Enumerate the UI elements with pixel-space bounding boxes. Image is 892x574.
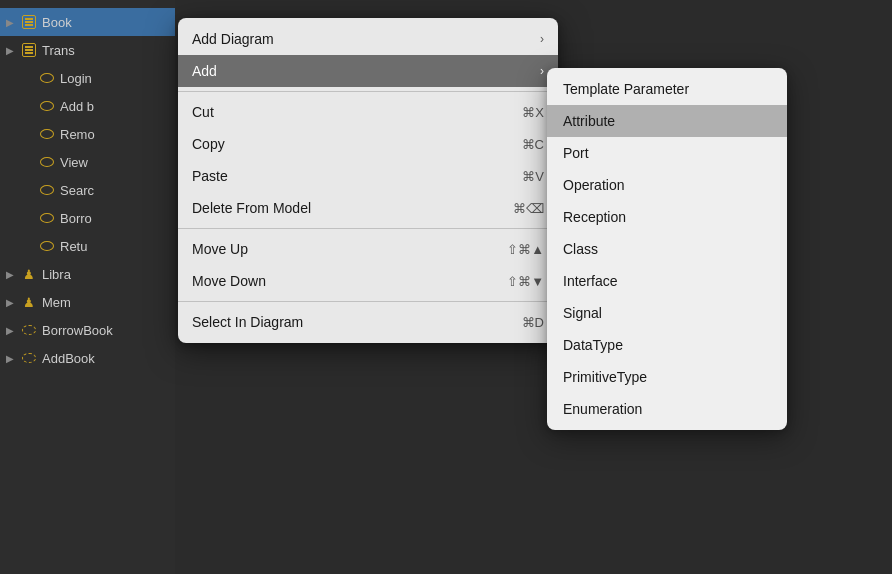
sidebar-item-retu[interactable]: Retu [0, 232, 175, 260]
sidebar-item-label: Trans [42, 43, 169, 58]
menu-separator [178, 301, 558, 302]
menu-item-copy[interactable]: Copy ⌘C [178, 128, 558, 160]
submenu-item-attribute[interactable]: Attribute [547, 105, 787, 137]
table-icon [20, 41, 38, 59]
submenu-item-label: PrimitiveType [563, 369, 647, 385]
menu-item-label: Add Diagram [192, 31, 532, 47]
submenu-item-label: Operation [563, 177, 624, 193]
submenu-item-label: DataType [563, 337, 623, 353]
menu-item-shortcut: ⌘C [522, 137, 544, 152]
submenu-item-signal[interactable]: Signal [547, 297, 787, 329]
submenu-item-label: Signal [563, 305, 602, 321]
expand-arrow: ▶ [6, 17, 20, 28]
submenu-item-reception[interactable]: Reception [547, 201, 787, 233]
menu-item-paste[interactable]: Paste ⌘V [178, 160, 558, 192]
oval-icon [38, 153, 56, 171]
oval-icon [38, 69, 56, 87]
menu-item-label: Move Up [192, 241, 507, 257]
menu-item-shortcut: ⌘⌫ [513, 201, 544, 216]
context-menu: Add Diagram › Add › Cut ⌘X Copy ⌘C Paste… [178, 18, 558, 343]
sidebar-item-label: Retu [60, 239, 169, 254]
sidebar-item-label: Remo [60, 127, 169, 142]
submenu-item-port[interactable]: Port [547, 137, 787, 169]
menu-item-label: Select In Diagram [192, 314, 522, 330]
menu-item-shortcut: ⇧⌘▼ [507, 274, 544, 289]
submenu-item-label: Interface [563, 273, 617, 289]
sidebar-item-label: View [60, 155, 169, 170]
submenu-item-label: Reception [563, 209, 626, 225]
expand-arrow: ▶ [6, 269, 20, 280]
expand-arrow: ▶ [6, 325, 20, 336]
sidebar-item-trans[interactable]: ▶ Trans [0, 36, 175, 64]
sidebar-item-label: Login [60, 71, 169, 86]
sidebar-item-label: Borro [60, 211, 169, 226]
submenu: Template Parameter Attribute Port Operat… [547, 68, 787, 430]
menu-item-shortcut: ⌘X [522, 105, 544, 120]
submenu-arrow: › [540, 64, 544, 78]
sidebar-item-label: Book [42, 15, 169, 30]
sidebar-item-login[interactable]: Login [0, 64, 175, 92]
sidebar-item-borrowbook[interactable]: ▶ BorrowBook [0, 316, 175, 344]
sidebar-item-label: Libra [42, 267, 169, 282]
person-icon: ♟ [20, 265, 38, 283]
submenu-item-label: Port [563, 145, 589, 161]
menu-item-add-diagram[interactable]: Add Diagram › [178, 23, 558, 55]
menu-item-label: Delete From Model [192, 200, 513, 216]
sidebar-item-libra[interactable]: ▶ ♟ Libra [0, 260, 175, 288]
menu-item-label: Cut [192, 104, 522, 120]
submenu-item-label: Attribute [563, 113, 615, 129]
sidebar-item-label: BorrowBook [42, 323, 169, 338]
table-icon [20, 13, 38, 31]
menu-separator [178, 228, 558, 229]
oval-icon [38, 97, 56, 115]
sidebar-item-addb[interactable]: Add b [0, 92, 175, 120]
submenu-item-label: Template Parameter [563, 81, 689, 97]
submenu-item-datatype[interactable]: DataType [547, 329, 787, 361]
submenu-item-template-parameter[interactable]: Template Parameter [547, 73, 787, 105]
menu-item-move-up[interactable]: Move Up ⇧⌘▲ [178, 233, 558, 265]
sidebar-item-mem[interactable]: ▶ ♟ Mem [0, 288, 175, 316]
menu-item-add[interactable]: Add › [178, 55, 558, 87]
sidebar-item-borro[interactable]: Borro [0, 204, 175, 232]
oval-icon [38, 181, 56, 199]
submenu-arrow: › [540, 32, 544, 46]
sidebar: ▶ Book ▶ Trans Login Add b Remo View Sea… [0, 0, 175, 574]
sidebar-item-remo[interactable]: Remo [0, 120, 175, 148]
person-icon: ♟ [20, 293, 38, 311]
sidebar-item-view[interactable]: View [0, 148, 175, 176]
expand-arrow: ▶ [6, 45, 20, 56]
sidebar-item-searc[interactable]: Searc [0, 176, 175, 204]
oval-icon [38, 125, 56, 143]
menu-item-label: Add [192, 63, 532, 79]
menu-item-label: Copy [192, 136, 522, 152]
menu-separator [178, 91, 558, 92]
dashed-oval-icon [20, 321, 38, 339]
expand-arrow: ▶ [6, 297, 20, 308]
submenu-item-interface[interactable]: Interface [547, 265, 787, 297]
menu-item-move-down[interactable]: Move Down ⇧⌘▼ [178, 265, 558, 297]
menu-item-cut[interactable]: Cut ⌘X [178, 96, 558, 128]
sidebar-item-label: AddBook [42, 351, 169, 366]
sidebar-item-addbook[interactable]: ▶ AddBook [0, 344, 175, 372]
oval-icon [38, 237, 56, 255]
sidebar-item-label: Mem [42, 295, 169, 310]
submenu-item-label: Enumeration [563, 401, 642, 417]
sidebar-item-label: Searc [60, 183, 169, 198]
sidebar-item-label: Add b [60, 99, 169, 114]
submenu-item-primitivetype[interactable]: PrimitiveType [547, 361, 787, 393]
menu-item-shortcut: ⌘V [522, 169, 544, 184]
menu-item-select-in-diagram[interactable]: Select In Diagram ⌘D [178, 306, 558, 338]
menu-item-delete-from-model[interactable]: Delete From Model ⌘⌫ [178, 192, 558, 224]
menu-item-shortcut: ⌘D [522, 315, 544, 330]
expand-arrow: ▶ [6, 353, 20, 364]
submenu-item-operation[interactable]: Operation [547, 169, 787, 201]
submenu-item-label: Class [563, 241, 598, 257]
submenu-item-enumeration[interactable]: Enumeration [547, 393, 787, 425]
menu-item-label: Paste [192, 168, 522, 184]
dashed-oval-icon [20, 349, 38, 367]
oval-icon [38, 209, 56, 227]
menu-item-label: Move Down [192, 273, 507, 289]
submenu-item-class[interactable]: Class [547, 233, 787, 265]
menu-item-shortcut: ⇧⌘▲ [507, 242, 544, 257]
sidebar-item-book[interactable]: ▶ Book [0, 8, 175, 36]
